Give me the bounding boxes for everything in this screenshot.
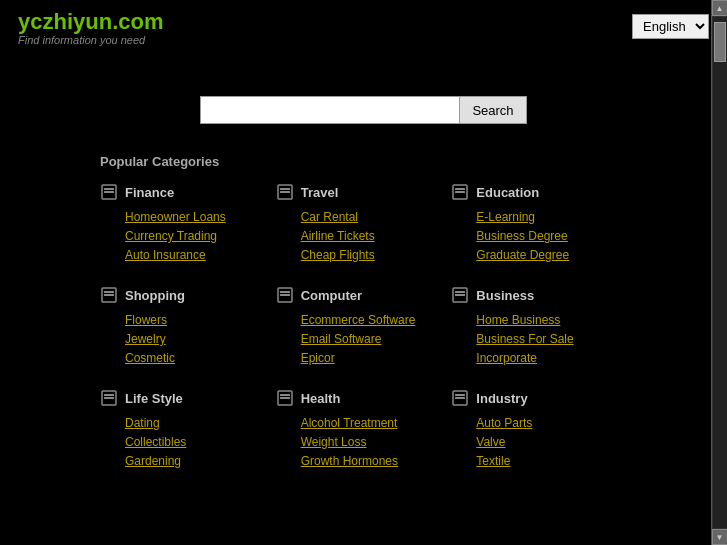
list-item: Flowers [125,312,256,327]
category-header-health: Health [276,389,432,407]
link-auto-parts[interactable]: Auto Parts [476,416,532,430]
svg-rect-10 [104,291,114,293]
link-graduate-degree[interactable]: Graduate Degree [476,248,569,262]
link-ecommerce-software[interactable]: Ecommerce Software [301,313,416,327]
svg-rect-25 [455,394,465,396]
svg-rect-4 [280,188,290,190]
link-jewelry[interactable]: Jewelry [125,332,166,346]
category-header-travel: Travel [276,183,432,201]
svg-rect-13 [280,291,290,293]
svg-rect-14 [280,294,290,296]
svg-rect-7 [455,188,465,190]
category-industry: IndustryAuto PartsValveTextile [451,389,627,472]
category-title-education: Education [476,185,539,200]
link-email-software[interactable]: Email Software [301,332,382,346]
category-title-lifestyle: Life Style [125,391,183,406]
category-links-travel: Car RentalAirline TicketsCheap Flights [276,209,432,262]
category-header-lifestyle: Life Style [100,389,256,407]
link-e-learning[interactable]: E-Learning [476,210,535,224]
category-finance: FinanceHomeowner LoansCurrency TradingAu… [100,183,276,266]
category-business: BusinessHome BusinessBusiness For SaleIn… [451,286,627,369]
list-item: Collectibles [125,434,256,449]
search-button[interactable]: Search [460,96,526,124]
category-health: HealthAlcohol TreatmentWeight LossGrowth… [276,389,452,472]
category-links-shopping: FlowersJewelryCosmetic [100,312,256,365]
list-item: Incorporate [476,350,607,365]
link-currency-trading[interactable]: Currency Trading [125,229,217,243]
logo-subtitle: Find information you need [18,34,163,46]
link-flowers[interactable]: Flowers [125,313,167,327]
search-area: Search [0,96,727,124]
link-incorporate[interactable]: Incorporate [476,351,537,365]
category-links-health: Alcohol TreatmentWeight LossGrowth Hormo… [276,415,432,468]
list-item: Home Business [476,312,607,327]
svg-rect-23 [280,397,290,399]
link-weight-loss[interactable]: Weight Loss [301,435,367,449]
list-item: Cosmetic [125,350,256,365]
category-header-shopping: Shopping [100,286,256,304]
list-item: Jewelry [125,331,256,346]
category-title-shopping: Shopping [125,288,185,303]
list-item: Cheap Flights [301,247,432,262]
link-epicor[interactable]: Epicor [301,351,335,365]
link-car-rental[interactable]: Car Rental [301,210,358,224]
list-item: Business For Sale [476,331,607,346]
category-education: EducationE-LearningBusiness DegreeGradua… [451,183,627,266]
list-item: Email Software [301,331,432,346]
list-item: Growth Hormones [301,453,432,468]
svg-rect-5 [280,191,290,193]
link-textile[interactable]: Textile [476,454,510,468]
link-airline-tickets[interactable]: Airline Tickets [301,229,375,243]
scroll-track[interactable] [713,17,727,528]
category-links-computer: Ecommerce SoftwareEmail SoftwareEpicor [276,312,432,365]
category-links-industry: Auto PartsValveTextile [451,415,607,468]
category-title-computer: Computer [301,288,362,303]
list-item: Homeowner Loans [125,209,256,224]
link-home-business[interactable]: Home Business [476,313,560,327]
svg-rect-20 [104,397,114,399]
svg-rect-22 [280,394,290,396]
category-header-business: Business [451,286,607,304]
list-item: Auto Parts [476,415,607,430]
categories-section: Popular Categories FinanceHomeowner Loan… [0,154,727,512]
link-cheap-flights[interactable]: Cheap Flights [301,248,375,262]
list-item: Graduate Degree [476,247,607,262]
category-title-industry: Industry [476,391,527,406]
link-alcohol-treatment[interactable]: Alcohol Treatment [301,416,398,430]
list-item: Car Rental [301,209,432,224]
scroll-down-button[interactable]: ▼ [712,529,728,545]
scroll-up-button[interactable]: ▲ [712,0,728,16]
list-item: Epicor [301,350,432,365]
category-title-health: Health [301,391,341,406]
link-cosmetic[interactable]: Cosmetic [125,351,175,365]
link-business-for-sale[interactable]: Business For Sale [476,332,573,346]
link-gardening[interactable]: Gardening [125,454,181,468]
category-shopping: ShoppingFlowersJewelryCosmetic [100,286,276,369]
link-dating[interactable]: Dating [125,416,160,430]
category-header-finance: Finance [100,183,256,201]
business-icon [451,286,469,304]
scroll-thumb[interactable] [714,22,726,62]
search-input[interactable] [200,96,460,124]
category-title-business: Business [476,288,534,303]
list-item: Auto Insurance [125,247,256,262]
svg-rect-8 [455,191,465,193]
link-business-degree[interactable]: Business Degree [476,229,567,243]
link-homeowner-loans[interactable]: Homeowner Loans [125,210,226,224]
link-growth-hormones[interactable]: Growth Hormones [301,454,398,468]
list-item: Ecommerce Software [301,312,432,327]
logo-title[interactable]: yczhiyun.com [18,10,163,34]
list-item: Gardening [125,453,256,468]
category-lifestyle: Life StyleDatingCollectiblesGardening [100,389,276,472]
svg-rect-26 [455,397,465,399]
category-links-education: E-LearningBusiness DegreeGraduate Degree [451,209,607,262]
lifestyle-icon [100,389,118,407]
list-item: Valve [476,434,607,449]
link-collectibles[interactable]: Collectibles [125,435,186,449]
language-selector[interactable]: English [632,14,709,39]
list-item: Weight Loss [301,434,432,449]
link-valve[interactable]: Valve [476,435,505,449]
link-auto-insurance[interactable]: Auto Insurance [125,248,206,262]
scrollbar[interactable]: ▲ ▼ [711,0,727,545]
category-links-finance: Homeowner LoansCurrency TradingAuto Insu… [100,209,256,262]
